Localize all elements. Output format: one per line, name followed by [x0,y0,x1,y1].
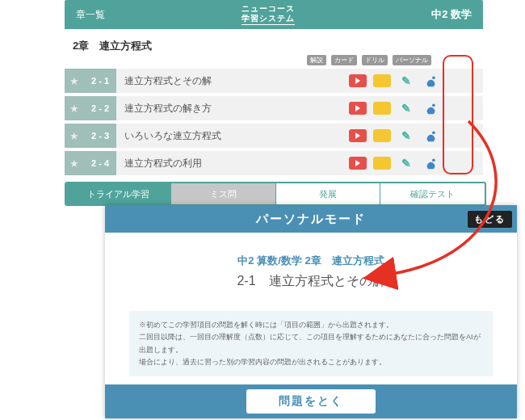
col-head-video: 解説 [307,55,326,65]
tab-advance[interactable]: 発展 [276,183,381,204]
drill-icon[interactable] [397,74,415,87]
play-icon[interactable] [349,74,367,87]
drill-icon[interactable] [397,157,415,170]
svg-point-3 [432,158,435,162]
personal-mode-panel: パーソナルモード もどる 中2 算数/数学 2章 連立方程式 2-1 連立方程式… [105,205,517,418]
logo-line2: 学習システム [242,14,295,25]
tab-miss[interactable]: ミス問 [171,183,276,204]
personal-mode-header: パーソナルモード もどる [105,205,517,233]
play-icon[interactable] [349,129,367,142]
col-head-card: カード [331,55,357,65]
notice-box: ※初めてこの学習項目の問題を解く時には「項目の範囲」から出題されます。 二回目以… [129,311,493,376]
breadcrumb: 中2 算数/数学 2章 連立方程式 [111,254,510,268]
lesson-row: ★ 2 - 1 連立方程式とその解 [65,69,483,93]
tab-test[interactable]: 確認テスト [380,183,485,204]
drill-icon[interactable] [397,129,415,142]
card-icon[interactable] [373,157,391,170]
personal-mode-title: パーソナルモード [256,212,366,227]
column-headers: 解説 カード ドリル パーソナル [307,55,525,65]
tab-trial[interactable]: トライアル学習 [66,183,171,204]
top-bar: 章一覧 ニューコース 学習システム 中2 数学 [65,0,483,29]
lesson-title[interactable]: 連立方程式の利用 [116,157,349,170]
favorite-star-icon[interactable]: ★ [65,69,84,93]
app-logo: ニューコース 学習システム [242,4,295,25]
logo-line1: ニューコース [242,4,295,14]
card-icon[interactable] [373,74,391,87]
lesson-title[interactable]: いろいろな連立方程式 [116,129,349,143]
chapter-list-button[interactable]: 章一覧 [76,8,105,22]
card-icon[interactable] [373,129,391,142]
item-title: 2-1 連立方程式とその解 [111,273,510,290]
notice-line: 二回目以降は、一回目の理解度（点数）に応じて、この項目を理解するためにあなたに合… [139,331,483,356]
personal-icon[interactable] [422,74,439,87]
lesson-number: 2 - 1 [84,69,116,93]
lesson-rows: ★ 2 - 1 連立方程式とその解 ★ 2 - 2 連立方程式の解き方 ★ 2 … [65,69,483,175]
drill-icon[interactable] [397,102,415,115]
svg-point-2 [432,131,435,134]
personal-icon[interactable] [422,129,439,142]
solve-button[interactable]: 問題をとく [246,389,376,414]
chapter-title: 2章 連立方程式 [73,39,525,53]
lesson-title[interactable]: 連立方程式の解き方 [116,102,349,116]
favorite-star-icon[interactable]: ★ [65,124,84,148]
card-icon[interactable] [373,102,391,115]
lesson-number: 2 - 4 [84,151,116,175]
lesson-title[interactable]: 連立方程式とその解 [116,74,349,88]
notice-line: 場合により、過去に習った別の学習内容の問題が出されることがあります。 [139,356,483,368]
svg-point-0 [432,76,435,79]
lesson-number: 2 - 3 [84,124,116,148]
personal-icon[interactable] [422,157,439,170]
lesson-row: ★ 2 - 2 連立方程式の解き方 [65,96,483,120]
subject-label: 中2 数学 [431,7,472,22]
solve-bar: 問題をとく [105,384,517,418]
back-button[interactable]: もどる [468,211,512,228]
favorite-star-icon[interactable]: ★ [65,96,84,120]
favorite-star-icon[interactable]: ★ [65,151,84,175]
col-head-personal: パーソナル [393,55,431,65]
col-head-drill: ドリル [362,55,388,65]
notice-line: ※初めてこの学習項目の問題を解く時には「項目の範囲」から出題されます。 [139,319,483,331]
play-icon[interactable] [349,102,367,115]
lesson-row: ★ 2 - 4 連立方程式の利用 [65,151,483,175]
bottom-tabs: トライアル学習 ミス問 発展 確認テスト [65,182,486,206]
personal-icon[interactable] [422,102,439,115]
play-icon[interactable] [349,157,367,170]
lesson-row: ★ 2 - 3 いろいろな連立方程式 [65,124,483,148]
svg-point-1 [432,103,435,107]
lesson-number: 2 - 2 [84,96,116,120]
